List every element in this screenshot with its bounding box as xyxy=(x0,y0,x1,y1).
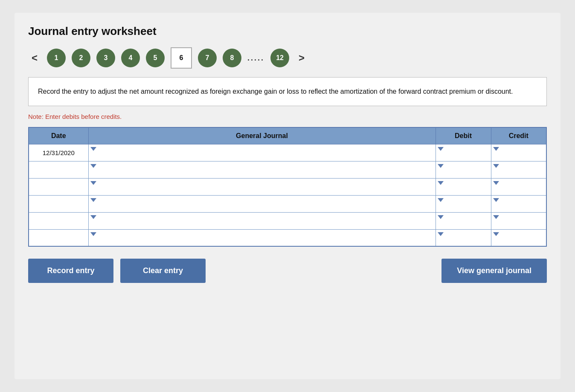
col-header-date: Date xyxy=(29,127,88,144)
debit-input-5[interactable] xyxy=(439,230,488,246)
journal-table: Date General Journal Debit Credit 12/31/… xyxy=(28,127,547,247)
date-cell-5[interactable] xyxy=(29,229,88,246)
journal-input-0[interactable] xyxy=(92,144,432,161)
credit-input-2[interactable] xyxy=(495,179,543,195)
page-btn-4[interactable]: 4 xyxy=(121,49,140,67)
buttons-row: Record entry Clear entry View general jo… xyxy=(28,259,547,283)
date-cell-2[interactable] xyxy=(29,178,88,195)
date-cell-0[interactable]: 12/31/2020 xyxy=(29,144,88,161)
journal-cell-4[interactable] xyxy=(88,212,436,229)
journal-cell-0[interactable] xyxy=(88,144,436,161)
journal-input-2[interactable] xyxy=(92,179,432,195)
col-header-debit: Debit xyxy=(436,127,491,144)
credit-input-0[interactable] xyxy=(495,144,543,161)
debit-dropdown-icon xyxy=(438,181,444,185)
clear-entry-button[interactable]: Clear entry xyxy=(120,259,206,283)
credit-dropdown-icon xyxy=(493,232,499,236)
col-header-credit: Credit xyxy=(491,127,546,144)
page-btn-5[interactable]: 5 xyxy=(146,49,165,67)
table-row xyxy=(29,161,546,178)
prev-arrow[interactable]: < xyxy=(28,50,41,66)
credit-cell-2[interactable] xyxy=(491,178,546,195)
debit-dropdown-icon xyxy=(438,198,444,202)
credit-dropdown-icon xyxy=(493,164,499,168)
journal-input-4[interactable] xyxy=(92,213,432,229)
credit-input-3[interactable] xyxy=(495,196,543,212)
page-btn-3[interactable]: 3 xyxy=(96,49,115,67)
table-row xyxy=(29,178,546,195)
credit-cell-3[interactable] xyxy=(491,195,546,212)
record-entry-button[interactable]: Record entry xyxy=(28,259,113,283)
debit-cell-5[interactable] xyxy=(436,229,491,246)
page-btn-6[interactable]: 6 xyxy=(171,47,192,69)
debit-cell-4[interactable] xyxy=(436,212,491,229)
journal-cell-1[interactable] xyxy=(88,161,436,178)
table-row xyxy=(29,195,546,212)
credit-input-4[interactable] xyxy=(495,213,543,229)
journal-cell-3[interactable] xyxy=(88,195,436,212)
table-row xyxy=(29,229,546,246)
debit-dropdown-icon xyxy=(438,164,444,168)
page-btn-12[interactable]: 12 xyxy=(270,49,289,67)
description-box: Record the entry to adjust the net amoun… xyxy=(28,77,547,106)
debit-input-3[interactable] xyxy=(439,196,488,212)
main-container: Journal entry worksheet < 1 2 3 4 5 6 7 … xyxy=(15,13,560,379)
page-btn-1[interactable]: 1 xyxy=(47,49,66,67)
debit-input-2[interactable] xyxy=(439,179,488,195)
page-dots: ..... xyxy=(247,54,264,63)
table-row xyxy=(29,212,546,229)
date-cell-1[interactable] xyxy=(29,161,88,178)
dropdown-arrow-icon xyxy=(90,232,96,236)
pagination: < 1 2 3 4 5 6 7 8 ..... 12 > xyxy=(28,47,547,69)
dropdown-arrow-icon xyxy=(90,198,96,202)
credit-cell-4[interactable] xyxy=(491,212,546,229)
credit-dropdown-icon xyxy=(493,181,499,185)
credit-cell-0[interactable] xyxy=(491,144,546,161)
debit-input-1[interactable] xyxy=(439,161,488,178)
debit-cell-0[interactable] xyxy=(436,144,491,161)
dropdown-arrow-icon xyxy=(90,164,96,168)
dropdown-arrow-icon xyxy=(90,147,96,151)
col-header-journal: General Journal xyxy=(88,127,436,144)
credit-dropdown-icon xyxy=(493,198,499,202)
table-row: 12/31/2020 xyxy=(29,144,546,161)
journal-cell-2[interactable] xyxy=(88,178,436,195)
dropdown-arrow-icon xyxy=(90,181,96,185)
credit-cell-5[interactable] xyxy=(491,229,546,246)
dropdown-arrow-icon xyxy=(90,215,96,219)
debit-cell-2[interactable] xyxy=(436,178,491,195)
view-general-journal-button[interactable]: View general journal xyxy=(441,259,547,283)
debit-input-4[interactable] xyxy=(439,213,488,229)
date-cell-4[interactable] xyxy=(29,212,88,229)
journal-input-3[interactable] xyxy=(92,196,432,212)
credit-dropdown-icon xyxy=(493,215,499,219)
debit-dropdown-icon xyxy=(438,147,444,151)
debit-dropdown-icon xyxy=(438,232,444,236)
debit-cell-3[interactable] xyxy=(436,195,491,212)
next-arrow[interactable]: > xyxy=(295,50,308,66)
page-title: Journal entry worksheet xyxy=(28,25,547,38)
journal-input-1[interactable] xyxy=(92,161,432,178)
credit-input-5[interactable] xyxy=(495,230,543,246)
date-cell-3[interactable] xyxy=(29,195,88,212)
journal-cell-5[interactable] xyxy=(88,229,436,246)
credit-input-1[interactable] xyxy=(495,161,543,178)
description-text: Record the entry to adjust the net amoun… xyxy=(38,88,513,95)
page-btn-2[interactable]: 2 xyxy=(72,49,90,67)
journal-input-5[interactable] xyxy=(92,230,432,246)
debit-dropdown-icon xyxy=(438,215,444,219)
page-btn-7[interactable]: 7 xyxy=(198,49,217,67)
note-text: Note: Enter debits before credits. xyxy=(28,113,547,120)
page-btn-8[interactable]: 8 xyxy=(223,49,241,67)
debit-cell-1[interactable] xyxy=(436,161,491,178)
credit-cell-1[interactable] xyxy=(491,161,546,178)
credit-dropdown-icon xyxy=(493,147,499,151)
debit-input-0[interactable] xyxy=(439,144,488,161)
